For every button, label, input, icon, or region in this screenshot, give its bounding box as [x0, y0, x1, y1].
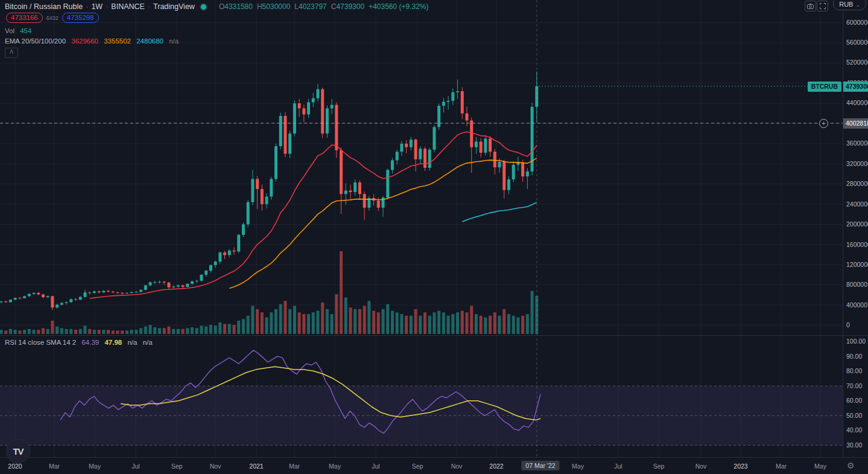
candle-body [158, 282, 161, 283]
time-axis-year-label: 2023 [733, 463, 747, 470]
chart-canvas[interactable] [0, 0, 843, 457]
last-price-symbol-label: BTCRUB [808, 82, 841, 92]
fullscreen-icon [820, 3, 826, 9]
candle-body [125, 293, 128, 293]
candle-body [461, 91, 464, 114]
volume-bar [79, 329, 82, 334]
volume-bar [498, 316, 501, 334]
time-axis[interactable]: 2020MarMayJulSepNov2021MarMayJulSepNov20… [0, 457, 868, 474]
candle-body [326, 108, 329, 133]
volume-bar [344, 298, 347, 334]
volume-bar [223, 324, 226, 334]
volume-bar [182, 329, 185, 334]
candle-body [279, 116, 282, 146]
volume-bar [382, 309, 385, 334]
price-axis[interactable]: 6000000560000052000004800000440000036000… [843, 0, 868, 457]
volume-bar [423, 312, 426, 334]
volume-bar [191, 327, 194, 334]
time-axis-settings-gear-icon[interactable]: ⚙ [847, 461, 855, 470]
provider-link[interactable]: TradingView [153, 2, 195, 11]
candle-body [502, 162, 505, 190]
volume-bar [419, 316, 422, 334]
price-axis-label: 2000000 [846, 220, 868, 228]
price-axis-label: 3600000 [846, 139, 868, 147]
volume-bar [377, 312, 380, 334]
camera-icon [807, 4, 814, 9]
candle-body [14, 298, 17, 299]
volume-bar [372, 311, 375, 334]
volume-bar [414, 309, 417, 334]
candle-body [172, 287, 175, 287]
low-value: 4023797 [299, 2, 327, 11]
candle-body [163, 282, 166, 283]
pane-separator[interactable] [0, 335, 868, 336]
price-axis-label: 1200000 [846, 261, 868, 268]
time-axis-year-label: 2022 [489, 463, 503, 470]
volume-legend: Vol 454 [5, 27, 31, 34]
candle-body [321, 89, 324, 133]
tradingview-logo[interactable]: TV [6, 439, 30, 463]
last-price-badge: 4739300 [843, 82, 868, 92]
ema20-value: 3629660 [71, 37, 98, 45]
candle-body [437, 106, 440, 127]
volume-bar [363, 306, 366, 334]
volume-bar [531, 291, 534, 334]
candle-body [512, 165, 515, 179]
volume-bar [88, 329, 91, 334]
candle-body [37, 293, 40, 295]
candle-body [432, 127, 436, 150]
volume-bar [466, 312, 469, 334]
collapse-pane-button[interactable]: ᐱ [5, 48, 18, 58]
time-axis-month-label: Mar [776, 463, 787, 470]
time-axis-month-label: Nov [210, 463, 221, 470]
volume-bar [349, 307, 352, 334]
candle-body [344, 191, 347, 194]
interval-label[interactable]: 1W [91, 2, 103, 11]
price-axis-label: 800000 [846, 281, 867, 288]
snapshot-button[interactable] [805, 1, 816, 11]
candle-body [242, 225, 245, 235]
high-value: 5030000 [262, 2, 291, 11]
volume-bar [74, 330, 77, 334]
open-value: 4331580 [224, 2, 253, 11]
spread-value: 6432 [46, 15, 59, 21]
volume-bar [396, 312, 399, 334]
candle-body [335, 105, 338, 150]
candle-body [223, 252, 226, 255]
crosshair-date-badge: 07 Mar '22 [521, 461, 559, 470]
price-axis-label: 5200000 [846, 59, 868, 66]
candle-body [18, 298, 21, 298]
candle-body [130, 292, 133, 293]
time-axis-month-label: Nov [451, 463, 463, 470]
bid-badge[interactable]: 4733166 [6, 13, 43, 23]
candle-body [214, 261, 217, 265]
close-value: 4739300 [336, 2, 364, 11]
volume-bar [163, 328, 166, 334]
volume-bar [55, 327, 59, 334]
add-alert-plus-icon[interactable]: + [819, 119, 828, 128]
volume-bar [428, 316, 431, 334]
volume-bar [298, 312, 301, 334]
change-value: +403560 (+9.32%) [369, 2, 428, 11]
volume-bar [367, 301, 370, 334]
volume-bar [451, 314, 454, 334]
candle-body [498, 162, 501, 167]
volume-bar [139, 328, 142, 334]
volume-bar [437, 311, 440, 334]
currency-unit-button[interactable]: RUB⌄ [833, 0, 866, 10]
price-axis-label: 0 [846, 321, 850, 328]
volume-bar [302, 314, 305, 334]
time-axis-month-label: Mar [49, 463, 60, 470]
candle-body [316, 89, 319, 98]
volume-bar [149, 325, 152, 334]
volume-bar [456, 312, 459, 334]
symbol-title[interactable]: Bitcoin / Russian Ruble [5, 2, 83, 11]
ask-badge[interactable]: 4735298 [62, 13, 99, 23]
candle-body [139, 290, 142, 292]
candle-body [451, 92, 454, 101]
candle-body [493, 152, 496, 167]
candle-body [182, 286, 185, 287]
fullscreen-button[interactable] [817, 1, 828, 11]
tradingview-chart-window: 6000000560000052000004800000440000036000… [0, 0, 868, 474]
volume-bar [340, 251, 343, 334]
